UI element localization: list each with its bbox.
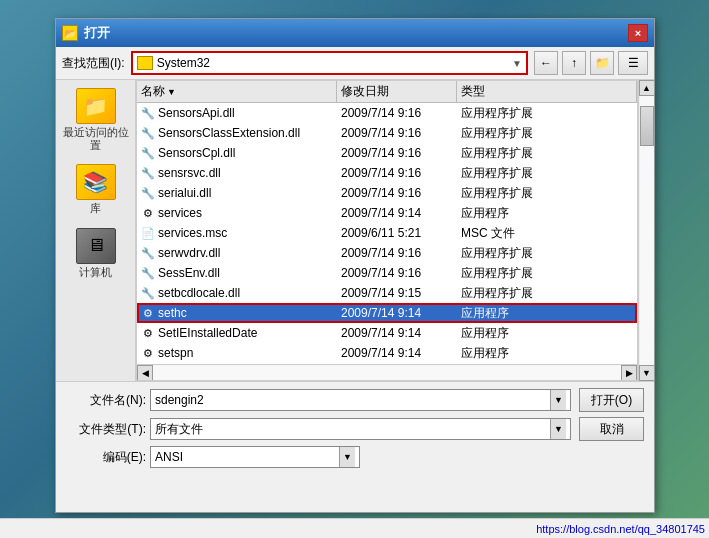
location-text: System32 (157, 56, 512, 70)
table-row[interactable]: ⚙sethc2009/7/14 9:14应用程序 (137, 303, 637, 323)
file-name: sensrsvc.dll (158, 166, 221, 180)
table-row[interactable]: 📄services.msc2009/6/11 5:21MSC 文件 (137, 223, 637, 243)
file-name: sethc (158, 306, 187, 320)
table-row[interactable]: 🔧serialui.dll2009/7/14 9:16应用程序扩展 (137, 183, 637, 203)
sidebar-computer-label: 计算机 (79, 266, 112, 279)
file-cell-name: 🔧setbcdlocale.dll (137, 286, 337, 300)
back-button[interactable]: ← (534, 51, 558, 75)
location-dropdown-arrow: ▼ (512, 58, 522, 69)
file-icon: ⚙ (141, 206, 155, 220)
up-button[interactable]: ↑ (562, 51, 586, 75)
location-label: 查找范围(I): (62, 55, 125, 72)
scroll-h-track[interactable] (153, 365, 621, 380)
computer-icon: 🖥 (76, 228, 116, 264)
file-icon: 🔧 (141, 286, 155, 300)
table-row[interactable]: 🔧SensorsCpl.dll2009/7/14 9:16应用程序扩展 (137, 143, 637, 163)
open-button[interactable]: 打开(O) (579, 388, 644, 412)
file-name: SetIEInstalledDate (158, 326, 257, 340)
col-header-type[interactable]: 类型 (457, 81, 637, 102)
file-list-body: 🔧SensorsApi.dll2009/7/14 9:16应用程序扩展🔧Sens… (137, 103, 637, 364)
file-cell-date: 2009/7/14 9:16 (337, 106, 457, 120)
file-icon: 🔧 (141, 146, 155, 160)
filename-combo[interactable]: sdengin2 ▼ (150, 389, 571, 411)
file-cell-type: 应用程序 (457, 345, 637, 362)
file-cell-type: 应用程序扩展 (457, 125, 637, 142)
scroll-right-arrow[interactable]: ▶ (621, 365, 637, 381)
table-row[interactable]: 🔧sensrsvc.dll2009/7/14 9:16应用程序扩展 (137, 163, 637, 183)
encoding-combo[interactable]: ANSI ▼ (150, 446, 360, 468)
table-row[interactable]: ⚙SetIEInstalledDate2009/7/14 9:14应用程序 (137, 323, 637, 343)
scroll-left-arrow[interactable]: ◀ (137, 365, 153, 381)
file-cell-date: 2009/7/14 9:14 (337, 206, 457, 220)
file-icon: 📄 (141, 226, 155, 240)
file-cell-name: 🔧SensorsCpl.dll (137, 146, 337, 160)
file-name: setspn (158, 346, 193, 360)
file-cell-name: ⚙setspn (137, 346, 337, 360)
table-row[interactable]: ⚙setspn2009/7/14 9:14应用程序 (137, 343, 637, 363)
filename-dropdown-arrow[interactable]: ▼ (550, 390, 566, 410)
new-folder-button[interactable]: 📁 (590, 51, 614, 75)
file-icon: ⚙ (141, 326, 155, 340)
scroll-up-arrow[interactable]: ▲ (639, 80, 655, 96)
file-cell-date: 2009/7/14 9:14 (337, 306, 457, 320)
filetype-dropdown-arrow[interactable]: ▼ (550, 419, 566, 439)
file-cell-type: 应用程序 (457, 205, 637, 222)
col-header-date[interactable]: 修改日期 (337, 81, 457, 102)
sidebar-item-recent[interactable]: 📁 最近访问的位置 (60, 88, 131, 152)
encoding-row: 编码(E): ANSI ▼ (66, 446, 644, 468)
sidebar-item-library[interactable]: 📚 库 (76, 164, 116, 215)
table-row[interactable]: 🔧SessEnv.dll2009/7/14 9:16应用程序扩展 (137, 263, 637, 283)
file-icon: ⚙ (141, 346, 155, 360)
file-cell-date: 2009/7/14 9:16 (337, 266, 457, 280)
file-cell-type: 应用程序扩展 (457, 185, 637, 202)
file-cell-date: 2009/7/14 9:14 (337, 346, 457, 360)
horizontal-scrollbar[interactable]: ◀ ▶ (137, 364, 637, 380)
library-icon: 📚 (76, 164, 116, 200)
vertical-scrollbar[interactable]: ▲ ▼ (638, 80, 654, 381)
file-name: SensorsApi.dll (158, 106, 235, 120)
file-cell-date: 2009/7/14 9:16 (337, 186, 457, 200)
toolbar: 查找范围(I): System32 ▼ ← ↑ 📁 ☰ (56, 47, 654, 80)
status-url: https://blog.csdn.net/qq_34801745 (536, 523, 705, 535)
location-combobox[interactable]: System32 ▼ (131, 51, 528, 75)
cancel-button[interactable]: 取消 (579, 417, 644, 441)
file-cell-name: 📄services.msc (137, 226, 337, 240)
scroll-down-arrow[interactable]: ▼ (639, 365, 655, 381)
file-name: services.msc (158, 226, 227, 240)
col-header-name[interactable]: 名称 ▼ (137, 81, 337, 102)
table-row[interactable]: 🔧serwvdrv.dll2009/7/14 9:16应用程序扩展 (137, 243, 637, 263)
file-name: serialui.dll (158, 186, 211, 200)
file-icon: 🔧 (141, 126, 155, 140)
filetype-combo[interactable]: 所有文件 ▼ (150, 418, 571, 440)
file-cell-name: ⚙SetIEInstalledDate (137, 326, 337, 340)
title-bar: 📂 打开 × (56, 19, 654, 47)
bottom-form: 文件名(N): sdengin2 ▼ 打开(O) 文件类型(T): 所有文件 ▼… (56, 381, 654, 479)
table-row[interactable]: ⚙services2009/7/14 9:14应用程序 (137, 203, 637, 223)
file-cell-type: 应用程序扩展 (457, 245, 637, 262)
file-cell-type: MSC 文件 (457, 225, 637, 242)
location-folder-icon (137, 56, 153, 70)
close-button[interactable]: × (628, 24, 648, 42)
filename-value: sdengin2 (155, 393, 550, 407)
file-cell-name: 🔧SensorsClassExtension.dll (137, 126, 337, 140)
file-name: SessEnv.dll (158, 266, 220, 280)
file-cell-type: 应用程序扩展 (457, 265, 637, 282)
sidebar-item-computer[interactable]: 🖥 计算机 (76, 228, 116, 279)
file-name: SensorsClassExtension.dll (158, 126, 300, 140)
table-row[interactable]: 🔧SensorsClassExtension.dll2009/7/14 9:16… (137, 123, 637, 143)
file-cell-name: 🔧serialui.dll (137, 186, 337, 200)
file-cell-name: 🔧serwvdrv.dll (137, 246, 337, 260)
file-cell-name: 🔧SensorsApi.dll (137, 106, 337, 120)
encoding-dropdown-arrow[interactable]: ▼ (339, 447, 355, 467)
file-icon: 🔧 (141, 166, 155, 180)
encoding-label: 编码(E): (66, 449, 146, 466)
file-cell-date: 2009/6/11 5:21 (337, 226, 457, 240)
table-row[interactable]: 🔧setbcdlocale.dll2009/7/14 9:15应用程序扩展 (137, 283, 637, 303)
filetype-row: 文件类型(T): 所有文件 ▼ 取消 (66, 417, 644, 441)
filetype-value: 所有文件 (155, 421, 550, 438)
table-row[interactable]: 🔧SensorsApi.dll2009/7/14 9:16应用程序扩展 (137, 103, 637, 123)
view-button[interactable]: ☰ (618, 51, 648, 75)
scroll-thumb[interactable] (640, 106, 654, 146)
scroll-v-track[interactable] (640, 96, 654, 365)
file-cell-date: 2009/7/14 9:15 (337, 286, 457, 300)
